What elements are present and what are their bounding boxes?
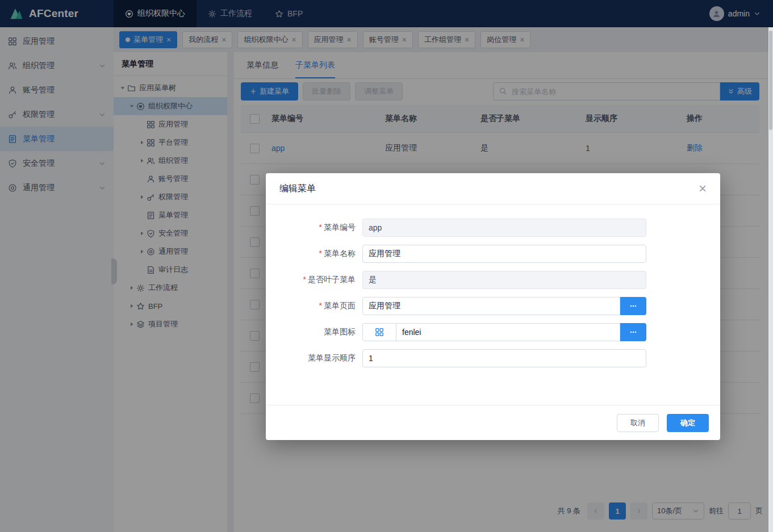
field-label-text: 菜单显示顺序 <box>308 353 356 362</box>
menu-page-input[interactable] <box>362 297 620 315</box>
modal-body: *菜单编号 *菜单名称 *是否叶子菜单 *菜单页面 菜单图标 <box>266 204 720 367</box>
cancel-button[interactable]: 取消 <box>617 414 659 432</box>
required-mark: * <box>319 249 322 258</box>
modal-footer: 取消 确定 <box>266 405 720 440</box>
required-mark: * <box>303 275 306 284</box>
ellipsis-icon <box>629 302 637 310</box>
field-label-text: 菜单图标 <box>324 327 356 336</box>
modal-header: 编辑菜单 × <box>266 173 720 204</box>
field-label: *菜单名称 <box>266 249 362 259</box>
field-menu-name: *菜单名称 <box>266 245 720 263</box>
confirm-button[interactable]: 确定 <box>667 414 709 432</box>
required-mark: * <box>319 301 322 310</box>
screen: AFCenter 组织权限中心 工作流程 BFP admin <box>0 0 773 532</box>
field-menu-icon: 菜单图标 <box>266 323 720 341</box>
ellipsis-icon <box>629 328 637 336</box>
field-label: *菜单页面 <box>266 301 362 311</box>
field-is-leaf: *是否叶子菜单 <box>266 271 720 289</box>
field-label-text: 菜单编号 <box>324 223 356 232</box>
field-label: 菜单显示顺序 <box>266 353 362 363</box>
menu-page-picker-button[interactable] <box>620 297 646 315</box>
grid-icon <box>375 328 384 337</box>
field-label-text: 菜单名称 <box>324 249 356 258</box>
modal-close-icon[interactable]: × <box>699 182 707 195</box>
menu-icon-input[interactable] <box>396 323 620 341</box>
menu-icon-preview <box>362 323 396 341</box>
menu-id-input[interactable] <box>362 219 646 237</box>
field-label: *是否叶子菜单 <box>266 275 362 285</box>
page-scrollbar[interactable] <box>768 27 773 532</box>
display-order-input[interactable] <box>362 349 646 367</box>
field-label: 菜单图标 <box>266 327 362 337</box>
menu-name-input[interactable] <box>362 245 646 263</box>
field-label: *菜单编号 <box>266 223 362 233</box>
scrollbar-thumb[interactable] <box>769 31 772 130</box>
field-display-order: 菜单显示顺序 <box>266 349 720 367</box>
field-label-text: 菜单页面 <box>324 301 356 310</box>
modal-title: 编辑菜单 <box>279 183 316 195</box>
edit-menu-modal: 编辑菜单 × *菜单编号 *菜单名称 *是否叶子菜单 *菜单页面 <box>266 173 720 440</box>
field-menu-page: *菜单页面 <box>266 297 720 315</box>
field-menu-id: *菜单编号 <box>266 219 720 237</box>
required-mark: * <box>319 223 322 232</box>
field-label-text: 是否叶子菜单 <box>308 275 356 284</box>
menu-icon-picker-button[interactable] <box>620 323 646 341</box>
is-leaf-input[interactable] <box>362 271 646 289</box>
